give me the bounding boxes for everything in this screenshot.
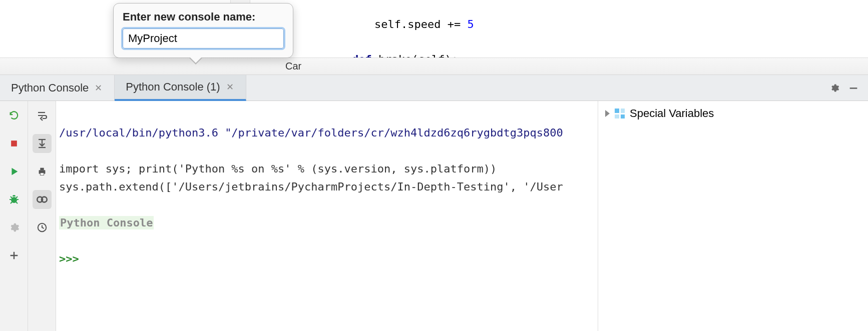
rename-console-popup: Enter new console name: [113,3,293,58]
code-number: 5 [467,18,474,30]
rename-console-input[interactable] [123,28,284,48]
gear-icon[interactable] [829,82,840,94]
print-icon[interactable] [33,162,52,181]
variables-root-label: Special Variables [630,107,714,120]
plus-icon[interactable] [5,246,24,265]
tab-python-console-1[interactable]: Python Console (1) ✕ [115,75,246,101]
variables-pane[interactable]: Special Variables [598,101,868,331]
console-line: /usr/local/bin/python3.6 "/private/var/f… [59,126,563,139]
svg-rect-0 [850,88,857,89]
show-vars-icon[interactable] [33,190,52,209]
close-icon[interactable]: ✕ [225,82,235,92]
stop-icon[interactable] [5,134,24,153]
tab-python-console[interactable]: Python Console ✕ [0,75,115,100]
tab-label: Python Console (1) [126,80,220,94]
variables-root-row[interactable]: Special Variables [605,107,861,120]
scroll-to-end-icon[interactable] [33,134,52,153]
softwrap-icon[interactable] [33,106,52,125]
tab-strip-right-controls [829,75,868,100]
special-variables-icon [615,108,625,118]
popup-tail [189,58,203,64]
console-line: import sys; print('Python %s on %s' % (s… [59,162,497,175]
history-icon[interactable] [33,218,52,237]
editor-area: self.speed += 5 def brake(self): Car Ent… [0,0,868,75]
console-header-highlight: Python Console [59,216,154,230]
expand-triangle-icon[interactable] [605,110,610,117]
settings-icon[interactable] [5,218,24,237]
svg-rect-4 [40,168,44,170]
console-line: sys.path.extend(['/Users/jetbrains/Pycha… [59,180,563,193]
svg-rect-1 [11,140,17,146]
console-tab-strip: Python Console ✕ Python Console (1) ✕ [0,75,868,101]
tab-label: Python Console [11,82,89,94]
code-text: self.speed += [374,18,467,30]
breadcrumb[interactable]: Car [0,58,868,74]
close-icon[interactable]: ✕ [94,82,103,94]
bug-icon[interactable] [5,190,24,209]
hide-tool-window-icon[interactable] [848,82,859,94]
console-left-toolbar-2 [28,101,56,331]
rerun-icon[interactable] [5,106,24,125]
console-left-toolbar-1 [0,101,28,331]
python-console-tool-window: /usr/local/bin/python3.6 "/private/var/f… [0,101,868,331]
run-icon[interactable] [5,162,24,181]
breadcrumb-item[interactable]: Car [285,60,301,72]
svg-rect-5 [40,173,44,176]
console-prompt[interactable]: >>> [59,252,86,265]
console-output[interactable]: /usr/local/bin/python3.6 "/private/var/f… [56,101,598,331]
rename-popup-label: Enter new console name: [123,10,284,24]
